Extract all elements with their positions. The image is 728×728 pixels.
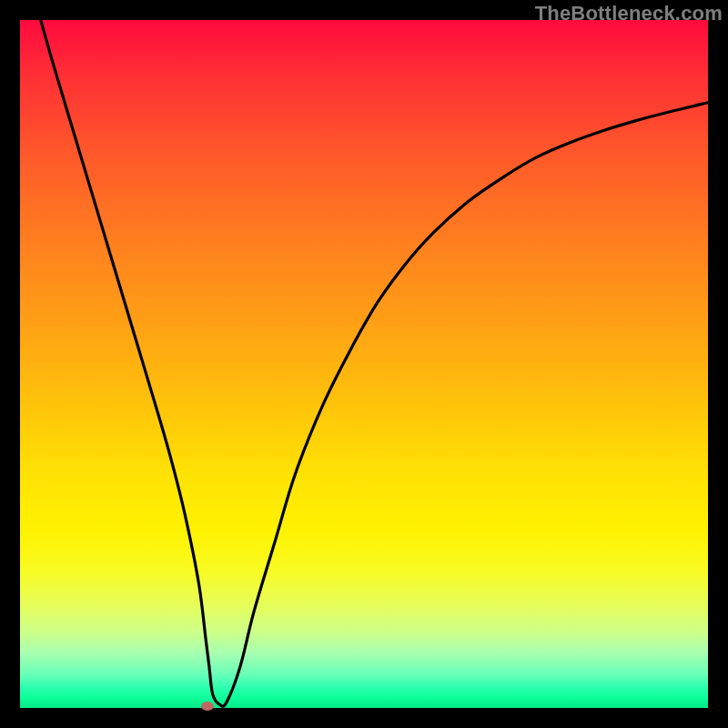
chart-svg (20, 20, 708, 708)
bottleneck-curve (41, 20, 708, 706)
minimum-marker (201, 702, 214, 711)
watermark-text: TheBottleneck.com (535, 2, 723, 25)
chart-frame (20, 20, 708, 708)
